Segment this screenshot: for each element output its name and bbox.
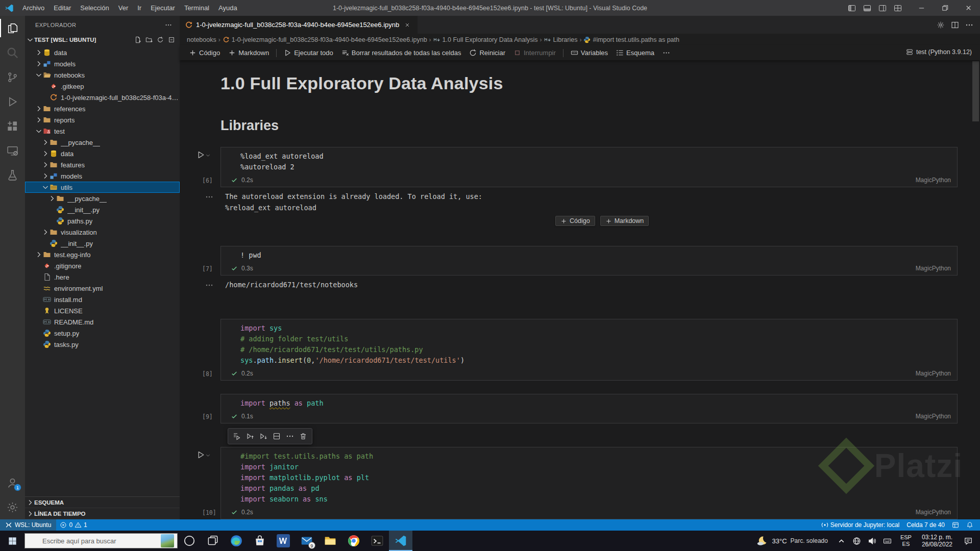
taskbar-app-mail[interactable]: 9	[295, 531, 318, 551]
restore-button[interactable]	[933, 0, 957, 16]
insert-markdown-button[interactable]: Markdown	[600, 216, 649, 226]
taskbar-app-store[interactable]	[248, 531, 272, 551]
tree-item-install-md[interactable]: install.md	[25, 294, 180, 305]
toggle-panel-icon[interactable]	[861, 2, 874, 15]
tree-item-gitignore[interactable]: .gitignore	[25, 260, 180, 271]
cell-language-picker[interactable]: MagicPython	[916, 413, 951, 420]
tray-network[interactable]	[849, 531, 865, 551]
run-by-line-icon[interactable]	[231, 431, 242, 442]
run-cell-button[interactable]	[197, 151, 211, 159]
more-actions-icon[interactable]	[163, 20, 174, 30]
taskbar-app-word[interactable]	[272, 531, 295, 551]
language-indicator[interactable]: ESP ES	[896, 534, 916, 547]
tree-item-notebooks[interactable]: notebooks	[25, 69, 180, 81]
tree-item-1-0-jvelezmagic-full-b038c258-f03a-49[interactable]: 1-0-jvelezmagic-full_b038c258-f03a-49...	[25, 92, 180, 103]
menu-item-ayuda[interactable]: Ayuda	[214, 0, 242, 16]
menu-item-ir[interactable]: Ir	[133, 0, 146, 16]
tree-item-pycache[interactable]: __pycache__	[25, 193, 180, 204]
taskbar-app-terminal[interactable]	[365, 531, 389, 551]
cell-code-area[interactable]: #import test.utils.paths as pathimport j…	[221, 447, 957, 506]
split-editor-icon[interactable]	[949, 19, 961, 31]
status-celda-7-de-40[interactable]: Celda 7 de 40	[903, 519, 948, 531]
tree-item-models[interactable]: models	[25, 170, 180, 182]
cell-code-area[interactable]: ! pwd	[221, 246, 957, 262]
cell-editor[interactable]: import sys# adding folder test/utils# /h…	[220, 319, 958, 381]
cell-editor[interactable]: ! pwd0.3sMagicPython	[220, 246, 958, 276]
taskbar-app-task-view[interactable]	[201, 531, 225, 551]
cell-editor[interactable]: #import test.utils.paths as pathimport j…	[220, 447, 958, 519]
tree-item-references[interactable]: references	[25, 103, 180, 114]
taskbar-app-file-explorer[interactable]	[318, 531, 342, 551]
start-button[interactable]	[0, 531, 24, 551]
editor-scrollbar[interactable]	[972, 61, 979, 121]
breadcrumb-item[interactable]: Libraries	[544, 36, 578, 43]
taskbar-app-edge[interactable]	[225, 531, 248, 551]
weather-widget[interactable]: 33°C Parc. soleado	[751, 531, 832, 551]
toggle-secondary-sidebar-icon[interactable]	[876, 2, 889, 15]
tree-item-reports[interactable]: reports	[25, 114, 180, 126]
tab-notebook[interactable]: 1-0-jvelezmagic-full_b038c258-f03a-4940-…	[180, 16, 418, 34]
cell-code-area[interactable]: import paths as path	[221, 394, 957, 410]
tree-item-environment-yml[interactable]: environment.yml	[25, 283, 180, 294]
tree-item-models[interactable]: models	[25, 58, 180, 69]
close-icon[interactable]	[402, 20, 412, 30]
breadcrumb-item[interactable]: #import test.utils.paths as path	[583, 36, 679, 43]
breadcrumb-item[interactable]: 1-0-jvelezmagic-full_b038c258-f03a-4940-…	[223, 36, 427, 43]
minimize-button[interactable]	[910, 0, 933, 16]
menu-item-archivo[interactable]: Archivo	[18, 0, 49, 16]
tray-keyboard[interactable]	[880, 531, 895, 551]
activity-run-debug[interactable]	[0, 89, 25, 114]
tray-volume[interactable]	[865, 531, 880, 551]
tree-item-setup-py[interactable]: setup.py	[25, 328, 180, 339]
activity-remote-explorer[interactable]	[0, 138, 25, 163]
toolbar-variables[interactable]: Variables	[567, 47, 612, 58]
tree-item-features[interactable]: features	[25, 159, 180, 170]
collapse-all-icon[interactable]	[166, 35, 177, 45]
activity-settings[interactable]	[0, 495, 25, 519]
tree-item-tasks-py[interactable]: tasks.py	[25, 339, 180, 350]
tree-item-readme-md[interactable]: README.md	[25, 316, 180, 328]
breadcrumb-item[interactable]: notebooks	[187, 36, 216, 43]
menu-item-ver[interactable]: Ver	[114, 0, 133, 16]
delete-cell-icon[interactable]	[298, 431, 309, 442]
breadcrumb-item[interactable]: 1.0 Full Exploratory Data Analysis	[433, 36, 538, 43]
notification-center-icon[interactable]	[959, 531, 978, 551]
tree-item-init-py[interactable]: __init__.py	[25, 238, 180, 249]
status-servidor-de-jupyter-local[interactable]: Servidor de Jupyter: local	[818, 519, 903, 531]
run-settings-icon[interactable]	[935, 19, 946, 31]
activity-source-control[interactable]	[0, 65, 25, 89]
toolbar-ejecutar-todo[interactable]: Ejecutar todo	[280, 47, 337, 58]
menu-item-seleccin[interactable]: Selección	[76, 0, 113, 16]
activity-testing[interactable]	[0, 163, 25, 187]
split-cell-icon[interactable]	[271, 431, 282, 442]
taskbar-app-vscode[interactable]	[389, 531, 412, 551]
cell-language-picker[interactable]: MagicPython	[916, 509, 951, 516]
sidebar-section-l-nea-de-tiempo[interactable]: LÍNEA DE TIEMPO	[25, 508, 180, 519]
tree-item-test[interactable]: test	[25, 126, 180, 137]
tree-item-license[interactable]: LICENSE	[25, 305, 180, 316]
status-bell[interactable]	[963, 519, 977, 531]
cell-language-picker[interactable]: MagicPython	[916, 177, 951, 184]
menu-item-ejecutar[interactable]: Ejecutar	[146, 0, 180, 16]
cell-code-area[interactable]: %load_ext autoreload%autoreload 2	[221, 147, 957, 173]
status-cell-layout[interactable]	[948, 519, 963, 531]
tree-item-gitkeep[interactable]: .gitkeep	[25, 81, 180, 92]
output-collapse-icon[interactable]	[205, 193, 213, 201]
remote-indicator[interactable]: WSL: Ubuntu	[0, 519, 56, 531]
toolbar-reiniciar[interactable]: Reiniciar	[465, 47, 509, 58]
toolbar-c-digo[interactable]: Código	[185, 47, 224, 58]
more-icon[interactable]	[964, 19, 975, 31]
search-highlights-icon[interactable]	[161, 534, 174, 547]
cell-editor[interactable]: import paths as path0.1sMagicPython	[220, 394, 958, 423]
insert-cdigo-button[interactable]: Código	[555, 216, 595, 226]
activity-extensions[interactable]	[0, 114, 25, 138]
tree-item-utils[interactable]: utils	[25, 182, 180, 193]
tree-item-data[interactable]: data	[25, 148, 180, 159]
activity-explorer[interactable]	[0, 16, 25, 40]
sidebar-section-esquema[interactable]: ESQUEMA	[25, 497, 180, 508]
activity-search[interactable]	[0, 40, 25, 65]
run-cell-button[interactable]	[197, 450, 211, 459]
tree-item-visualization[interactable]: visualization	[25, 227, 180, 238]
menu-item-editar[interactable]: Editar	[49, 0, 76, 16]
cell-code-area[interactable]: import sys# adding folder test/utils# /h…	[221, 319, 957, 367]
